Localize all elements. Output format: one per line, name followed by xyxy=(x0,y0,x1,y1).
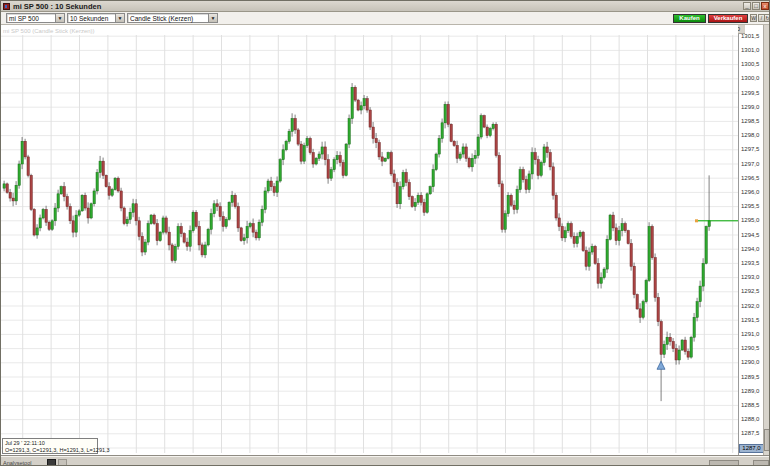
price-axis-label: 1296,0 xyxy=(741,189,763,195)
interval-select[interactable]: 10 Sekunden ▼ xyxy=(67,13,125,23)
window-title: mi SP 500 : 10 Sekunden xyxy=(13,2,101,11)
price-axis-label: 1301,5 xyxy=(741,34,763,39)
minimize-button[interactable]: _ xyxy=(743,2,751,10)
status-resize-grip[interactable] xyxy=(753,460,769,466)
buy-button[interactable]: Kaufen xyxy=(673,14,706,23)
price-axis-label: 1289,5 xyxy=(741,374,763,380)
price-axis-label: 1297,0 xyxy=(741,161,763,167)
price-axis-label: 1300,5 xyxy=(741,61,763,67)
price-axis-label: 1299,0 xyxy=(741,104,763,110)
price-axis-label: 1287,5 xyxy=(741,430,763,436)
scrollbar-thumb[interactable] xyxy=(764,429,770,451)
chart-window: mi SP 500 : 10 Sekunden _ □ x mi SP 500 … xyxy=(0,0,770,466)
status-bar: Analysetool xyxy=(1,456,770,466)
vertical-scrollbar[interactable] xyxy=(763,25,770,456)
price-axis-label: 1292,5 xyxy=(741,288,763,294)
interval-select-value: 10 Sekunden xyxy=(70,15,108,22)
symbol-select-value: mi SP 500 xyxy=(9,15,39,22)
price-axis-label: 1292,0 xyxy=(741,303,763,309)
price-axis-label: 1289,0 xyxy=(741,388,763,394)
chevron-down-icon[interactable]: ▼ xyxy=(208,14,217,22)
order-type-icon[interactable]: W xyxy=(750,14,757,22)
price-axis-label: 1290,5 xyxy=(741,345,763,351)
price-axis-label: 1294,0 xyxy=(741,246,763,252)
price-axis-label: 1294,5 xyxy=(741,232,763,238)
sell-button[interactable]: Verkaufen xyxy=(708,14,748,23)
price-axis-label: 1296,5 xyxy=(741,175,763,181)
title-bar[interactable]: mi SP 500 : 10 Sekunden _ □ x xyxy=(1,1,770,12)
status-tool-icon-active[interactable] xyxy=(47,459,56,466)
price-axis-label: 1288,0 xyxy=(741,416,763,422)
status-label: Analysetool xyxy=(3,460,31,466)
price-axis-label: 1293,0 xyxy=(741,274,763,280)
tooltip-ohlc: O=1291,3, C=1291,3, H=1291,3, L=1291,3 xyxy=(5,447,95,454)
price-axis-label: 1293,5 xyxy=(741,260,763,266)
price-axis-label: 1291,5 xyxy=(741,317,763,323)
price-axis: 1301,51301,01300,51300,01299,51299,01298… xyxy=(738,34,763,456)
price-axis-label: 1298,5 xyxy=(741,118,763,124)
restore-button[interactable]: □ xyxy=(752,2,760,10)
price-axis-label: 1295,5 xyxy=(741,203,763,209)
chevron-down-icon[interactable]: ▼ xyxy=(55,14,64,22)
candlestick-chart[interactable] xyxy=(1,25,738,456)
tooltip-timestamp: Jul 29 ' 22:11:10 xyxy=(5,440,95,447)
charttype-select-value: Candle Stick (Kerzen) xyxy=(130,15,193,22)
price-axis-label: 1288,5 xyxy=(741,402,763,408)
close-button[interactable]: x xyxy=(761,2,769,10)
price-axis-label: 1299,5 xyxy=(741,90,763,96)
current-price-badge: 1287,0 xyxy=(739,444,763,453)
symbol-select[interactable]: mi SP 500 ▼ xyxy=(6,13,65,23)
price-axis-label: 1297,5 xyxy=(741,146,763,152)
chart-watermark: mi SP 500 (Candle Stick (Kerzen)) xyxy=(3,28,95,34)
charttype-select[interactable]: Candle Stick (Kerzen) ▼ xyxy=(127,13,218,23)
price-axis-label: 1301,0 xyxy=(741,47,763,53)
status-panel-block[interactable] xyxy=(709,460,739,466)
price-axis-label: 1300,0 xyxy=(741,75,763,81)
price-axis-label: 1295,0 xyxy=(741,217,763,223)
price-axis-label: 1291,0 xyxy=(741,331,763,337)
refresh-icon[interactable]: ↻ xyxy=(764,14,770,22)
ohlc-tooltip: Jul 29 ' 22:11:10 O=1291,3, C=1291,3, H=… xyxy=(2,438,98,454)
price-axis-label: 1298,0 xyxy=(741,132,763,138)
price-axis-label: 1290,0 xyxy=(741,359,763,365)
window-icon xyxy=(3,3,10,10)
toolbar: mi SP 500 ▼ 10 Sekunden ▼ Candle Stick (… xyxy=(1,12,770,25)
chevron-down-icon[interactable]: ▼ xyxy=(115,14,124,22)
status-tool-icon[interactable] xyxy=(58,459,67,466)
